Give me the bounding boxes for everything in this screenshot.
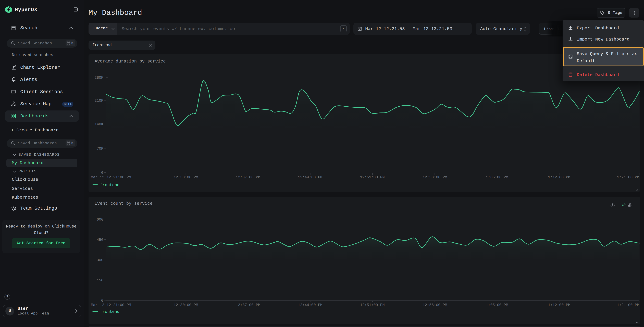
svg-text:300: 300 <box>97 258 104 262</box>
svg-text:frontend: frontend <box>100 310 120 314</box>
svg-text:140K: 140K <box>94 122 104 126</box>
svg-text:12:30:00 PM: 12:30:00 PM <box>174 303 198 307</box>
svg-text:210K: 210K <box>94 99 104 103</box>
svg-text:12:51:00 PM: 12:51:00 PM <box>360 303 384 307</box>
svg-text:12:30:00 PM: 12:30:00 PM <box>174 175 198 180</box>
svg-text:1:21:00 PM: 1:21:00 PM <box>617 175 639 180</box>
svg-text:1:05:00 PM: 1:05:00 PM <box>486 175 508 180</box>
svg-text:12:44:00 PM: 12:44:00 PM <box>298 175 322 180</box>
svg-text:1:05:00 PM: 1:05:00 PM <box>486 303 508 307</box>
svg-text:0: 0 <box>101 298 104 303</box>
svg-text:frontend: frontend <box>100 183 120 187</box>
svg-text:12:58:00 PM: 12:58:00 PM <box>422 175 447 180</box>
svg-text:12:37:00 PM: 12:37:00 PM <box>236 303 260 307</box>
svg-text:12:51:00 PM: 12:51:00 PM <box>360 175 384 180</box>
svg-text:Mar 12 12:21:00 PM: Mar 12 12:21:00 PM <box>91 175 131 180</box>
svg-text:280K: 280K <box>94 76 104 80</box>
svg-text:1:21:00 PM: 1:21:00 PM <box>617 303 639 307</box>
svg-text:1:12:00 PM: 1:12:00 PM <box>548 303 570 307</box>
svg-text:Mar 12 12:21:00 PM: Mar 12 12:21:00 PM <box>91 303 131 307</box>
svg-text:450: 450 <box>97 238 104 242</box>
svg-text:12:37:00 PM: 12:37:00 PM <box>236 175 260 180</box>
svg-text:0: 0 <box>101 171 104 175</box>
svg-text:600: 600 <box>97 218 104 222</box>
svg-text:12:44:00 PM: 12:44:00 PM <box>298 303 322 307</box>
svg-text:12:58:00 PM: 12:58:00 PM <box>422 303 447 307</box>
svg-text:1:12:00 PM: 1:12:00 PM <box>548 175 570 180</box>
svg-text:70K: 70K <box>97 146 104 151</box>
svg-text:150: 150 <box>97 278 104 282</box>
